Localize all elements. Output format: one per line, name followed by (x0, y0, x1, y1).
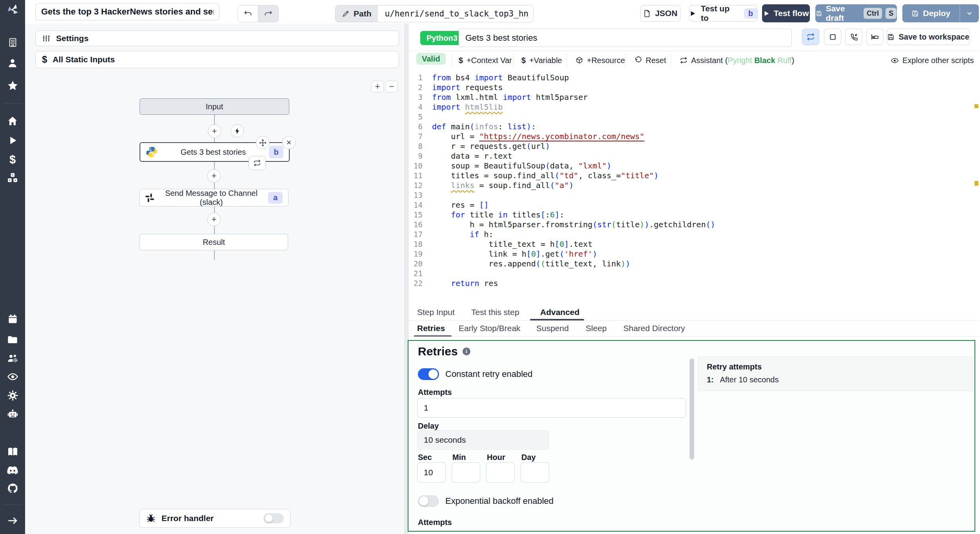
info-icon[interactable]: i (463, 348, 470, 355)
bug-icon (146, 513, 156, 523)
test-flow-label: Test flow (774, 9, 809, 18)
explore-other-scripts-button[interactable]: Explore other scripts (891, 51, 974, 70)
error-handler-toggle[interactable] (263, 513, 284, 523)
python-icon (146, 146, 158, 158)
min-input[interactable] (452, 462, 480, 483)
sidebar-item-discord[interactable] (7, 465, 18, 476)
hour-input[interactable] (486, 462, 515, 483)
test-flow-button[interactable]: Test flow (762, 4, 810, 22)
add-resource-button[interactable]: +Resource (575, 51, 625, 70)
users-gear-icon (7, 353, 18, 364)
tab-step-input[interactable]: Step Input (417, 304, 455, 320)
sidebar-item-favorites[interactable] (7, 80, 18, 91)
step-title-input[interactable] (459, 29, 792, 47)
sidebar-item-variables[interactable]: $ (7, 154, 18, 165)
step-retry-indicator-button[interactable] (249, 156, 266, 170)
undo-button[interactable] (238, 5, 258, 22)
suspend-setting-button[interactable] (845, 29, 862, 45)
attempts-input[interactable] (417, 398, 686, 418)
sidebar-item-settings[interactable] (7, 389, 18, 401)
sidebar-item-schedules[interactable] (7, 313, 18, 325)
flow-title-input[interactable] (35, 3, 220, 20)
assistant-label: Assistant ( (691, 56, 728, 65)
save-icon (816, 10, 822, 17)
add-context-var-button[interactable]: $ +Context Var (459, 51, 512, 70)
test-up-to-button[interactable]: Test up to b (689, 5, 758, 22)
building-icon (7, 37, 18, 48)
save-icon (911, 10, 919, 17)
home-icon (7, 116, 18, 127)
move-step-button[interactable] (256, 136, 269, 149)
path-value-section: u/henri/send_to_slack_top3_hn (378, 5, 533, 22)
sleep-setting-button[interactable] (866, 29, 884, 45)
delay-input[interactable] (417, 430, 549, 450)
subtab-suspend[interactable]: Suspend (536, 320, 569, 336)
discord-icon (7, 465, 18, 476)
sidebar-item-home[interactable] (7, 115, 18, 127)
tab-test-this-step[interactable]: Test this step (471, 304, 519, 320)
subtab-early-stop[interactable]: Early Stop/Break (459, 320, 521, 336)
sidebar-item-expand[interactable] (7, 515, 18, 527)
toggle-knob (419, 496, 428, 506)
retry-summary-title: Retry attempts (707, 362, 964, 371)
save-to-workspace-button[interactable]: Save to workspace (887, 29, 970, 45)
flow-node-result[interactable]: Result (140, 234, 288, 250)
subtab-shared-directory[interactable]: Shared Directory (623, 320, 685, 336)
sidebar-item-workspace[interactable] (7, 36, 18, 48)
path-value: u/henri/send_to_slack_top3_hn (385, 9, 529, 18)
sidebar-item-github[interactable] (7, 482, 18, 494)
add-step-button-3[interactable]: + (207, 213, 221, 226)
sec-input[interactable] (417, 462, 446, 483)
phone-incoming-icon (850, 33, 858, 41)
retries-scrollbar[interactable] (690, 358, 694, 460)
add-step-button-2[interactable]: + (207, 169, 221, 183)
subtab-retries[interactable]: Retries (417, 320, 445, 336)
sidebar-item-resources[interactable] (7, 172, 18, 184)
sidebar-item-groups[interactable] (7, 352, 18, 364)
delete-step-button[interactable]: × (282, 136, 296, 149)
flow-static-inputs-card[interactable]: $ All Static Inputs (35, 51, 399, 68)
error-handler-card[interactable]: Error handler (139, 509, 290, 528)
graph-zoom-in-button[interactable]: + (371, 81, 384, 92)
sidebar-item-folders[interactable] (7, 334, 18, 346)
reset-button[interactable]: Reset (634, 51, 666, 70)
redo-button[interactable] (258, 5, 278, 22)
flow-node-step-a[interactable]: Send Message to Channel (slack) a (139, 189, 289, 206)
star-icon (7, 80, 18, 91)
step-a-id-badge: a (268, 192, 283, 204)
json-button[interactable]: JSON (640, 5, 681, 22)
assistant-button[interactable]: Assistant ( Pyright Black Ruff ) (680, 51, 794, 70)
delay-label: Delay (418, 422, 439, 431)
code-editor[interactable]: 1from bs4 import BeautifulSoup2import re… (408, 71, 979, 306)
day-input[interactable] (521, 462, 549, 483)
editor-panel: Python3 S (408, 24, 980, 534)
tab-advanced[interactable]: Advanced (540, 304, 579, 320)
subtab-sleep[interactable]: Sleep (586, 320, 607, 336)
play-icon (7, 135, 18, 146)
tab-label: Step Input (417, 308, 455, 317)
deploy-dropdown-button[interactable] (960, 4, 979, 22)
add-step-button-1[interactable]: + (208, 125, 221, 138)
retries-setting-button[interactable] (802, 29, 819, 45)
path-chip[interactable]: Path u/henri/send_to_slack_top3_hn (335, 5, 534, 22)
save-icon (887, 33, 895, 41)
save-draft-button[interactable]: Save draft Ctrl S (815, 4, 897, 22)
add-variable-button[interactable]: $ +Variable (521, 51, 562, 70)
flow-settings-card[interactable]: Settings (35, 31, 399, 46)
early-stop-setting-button[interactable] (824, 29, 841, 45)
sidebar-item-user[interactable] (7, 57, 18, 69)
arrow-right-icon (7, 515, 18, 526)
sidebar-item-ai[interactable] (7, 408, 18, 420)
exponential-backoff-toggle[interactable] (418, 495, 439, 507)
sidebar-item-docs[interactable] (7, 446, 18, 458)
deploy-button[interactable]: Deploy (902, 4, 960, 22)
sidebar-item-audit[interactable] (7, 371, 18, 382)
constant-retry-toggle[interactable] (418, 368, 439, 380)
sidebar-item-logo[interactable] (5, 2, 20, 17)
code-line: 13 (408, 190, 979, 200)
graph-zoom-out-button[interactable]: − (385, 81, 398, 92)
sidebar-item-runs[interactable] (7, 134, 18, 146)
flow-node-input[interactable]: Input (140, 98, 289, 115)
trigger-button[interactable] (230, 124, 244, 138)
dollar-icon: $ (459, 56, 463, 65)
